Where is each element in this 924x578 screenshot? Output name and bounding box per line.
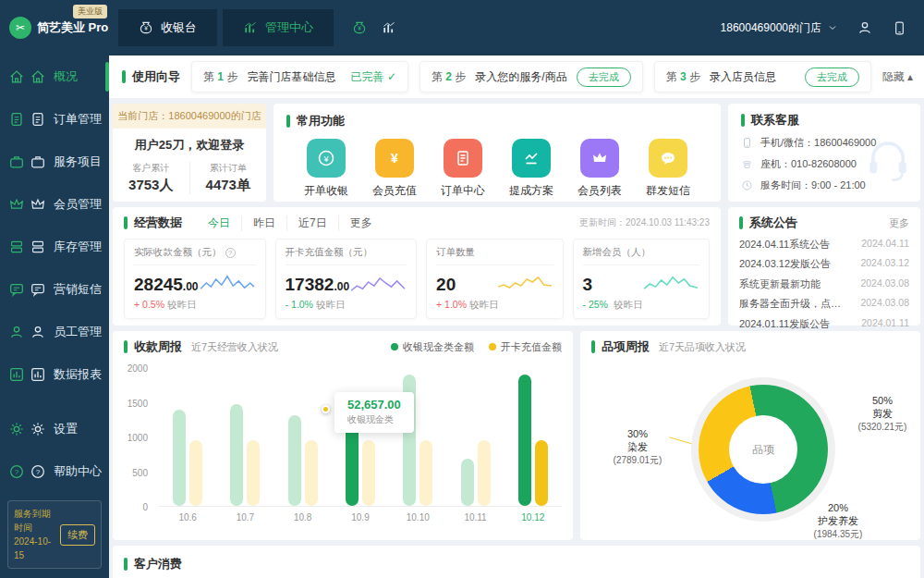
green-bar: [741, 114, 745, 127]
order-doc-icon: [8, 111, 25, 128]
x-tick: 10.11: [446, 512, 504, 523]
bar-group[interactable]: [389, 368, 446, 506]
hide-guide-link[interactable]: 隐藏 ▴: [882, 69, 913, 85]
mobile-phone-icon[interactable]: [892, 20, 907, 36]
payment-chart-subtitle: 近7天经营收入状况: [191, 340, 278, 354]
clock-icon: [741, 179, 753, 191]
sidebar-item-overview[interactable]: 概况: [0, 55, 109, 98]
tab-more[interactable]: 更多: [338, 215, 383, 231]
bar[interactable]: [189, 440, 202, 506]
bar-group[interactable]: [159, 368, 216, 506]
boxes-icon: [30, 239, 46, 255]
sidebar-label: 订单管理: [54, 111, 102, 128]
home-icon: [8, 68, 25, 85]
notice-item[interactable]: 系统更新最新功能2024.03.08: [739, 277, 909, 291]
quick-action-member-list[interactable]: 会员列表: [573, 139, 626, 199]
headset-icon: [863, 135, 913, 185]
sidebar-item-help-center[interactable]: 帮助中心: [0, 450, 109, 493]
notices-more-link[interactable]: 更多: [889, 216, 909, 230]
bar-group[interactable]: [505, 368, 562, 506]
x-tick: 10.7: [216, 512, 274, 523]
store-selector[interactable]: 18600469000的门店: [721, 20, 838, 36]
svg-text:¥: ¥: [391, 151, 398, 166]
bar[interactable]: [305, 440, 318, 506]
cash-bag-icon: [139, 20, 153, 35]
sidebar-item-reports[interactable]: 数据报表: [0, 353, 109, 396]
quick-action-bulk-sms[interactable]: 群发短信: [641, 139, 695, 199]
sidebar-label: 营销短信: [54, 281, 102, 298]
sidebar-item-sms[interactable]: 营销短信: [0, 268, 109, 311]
sidebar-item-orders[interactable]: 订单管理: [0, 98, 109, 141]
system-notice-card: 系统公告 更多 2024.04.11系统公告2024.04.11 2024.03…: [728, 207, 920, 326]
bar[interactable]: [362, 440, 375, 506]
welcome-text: 用户25刀，欢迎登录: [113, 137, 266, 154]
crown-icon: [30, 196, 46, 213]
sidebar-item-members[interactable]: 会员管理: [0, 183, 109, 226]
expiry-label: 服务到期时间: [14, 507, 55, 535]
bar[interactable]: [461, 459, 474, 506]
sidebar-label: 员工管理: [54, 324, 102, 340]
bar[interactable]: [247, 440, 260, 506]
legend-cash[interactable]: 收银现金类金额: [391, 340, 474, 354]
user-icon[interactable]: [857, 19, 873, 36]
money-bag-icon[interactable]: [352, 20, 367, 35]
tab-management-center[interactable]: 管理中心: [223, 9, 334, 46]
customer-total-stat: 客户累计 3753人: [113, 162, 189, 194]
sidebar-item-services[interactable]: 服务项目: [0, 141, 109, 183]
y-tick: 1000: [128, 433, 148, 443]
sidebar-item-settings[interactable]: 设置: [0, 408, 109, 450]
bar-group[interactable]: [216, 368, 274, 506]
bar-group[interactable]: [332, 368, 389, 506]
step-done-label: 已完善 ✓: [351, 69, 396, 85]
quick-action-order-center[interactable]: 订单中心: [436, 139, 490, 199]
bar[interactable]: [478, 440, 491, 506]
bar[interactable]: [518, 375, 531, 506]
x-tick: 10.6: [159, 512, 216, 523]
go-complete-button[interactable]: 去完成: [805, 68, 859, 87]
notice-item[interactable]: 服务器全面升级，点击…2024.03.08: [739, 297, 909, 311]
sparkline: [642, 273, 699, 293]
help-icon[interactable]: ?: [225, 248, 236, 258]
tab-today[interactable]: 今日: [197, 215, 241, 231]
help-icon: [8, 463, 25, 480]
tab-yesterday[interactable]: 昨日: [241, 215, 286, 231]
notice-item[interactable]: 2024.03.12发版公告2024.03.12: [739, 257, 909, 271]
bar[interactable]: [288, 415, 301, 506]
callout-haircare: 20% 护发养发 (1984.35元): [787, 501, 889, 540]
crown-icon: [8, 196, 25, 213]
donut-center-label: 品项: [729, 415, 797, 484]
y-tick: 1500: [128, 398, 148, 408]
sparkline: [496, 273, 553, 293]
x-tick: 10.8: [274, 512, 332, 523]
quick-action-open-bill[interactable]: ¥ 开单收银: [299, 139, 353, 199]
donut-chart[interactable]: 品项: [699, 385, 828, 514]
sparkline: [349, 273, 407, 293]
notice-item[interactable]: 2024.04.11系统公告2024.04.11: [739, 238, 909, 252]
bar[interactable]: [230, 404, 243, 506]
bar-chart-icon[interactable]: [382, 20, 396, 35]
renew-button[interactable]: 续费: [60, 524, 95, 546]
sidebar-label: 帮助中心: [54, 463, 102, 480]
chart-tooltip: 52,657.00 收银现金类: [334, 392, 414, 433]
customer-consumption-title: 客户消费: [134, 556, 182, 572]
sidebar-item-inventory[interactable]: 库存管理: [0, 226, 109, 268]
quick-action-commission-plan[interactable]: 提成方案: [505, 139, 558, 199]
notice-item[interactable]: 2024.01.11发版公告2024.01.11: [739, 317, 909, 331]
guide-title: 使用向导: [122, 68, 180, 85]
bar[interactable]: [535, 440, 548, 506]
item-chart-title: 品项周报: [602, 338, 650, 355]
bar-group[interactable]: [446, 368, 504, 506]
tab-last7days[interactable]: 近7日: [286, 215, 338, 231]
tab-cashier[interactable]: 收银台: [118, 9, 217, 46]
briefcase-icon: [8, 154, 25, 170]
sms-icon: [8, 281, 25, 298]
bar-group[interactable]: [274, 368, 332, 506]
bar[interactable]: [173, 410, 186, 506]
legend-recharge[interactable]: 开卡充值金额: [489, 340, 562, 354]
report-icon: [8, 366, 25, 383]
bar[interactable]: [419, 440, 432, 506]
quick-action-member-recharge[interactable]: ¥ 会员充值: [368, 139, 421, 199]
go-complete-button[interactable]: 去完成: [577, 68, 631, 87]
person-icon: [8, 324, 25, 340]
sidebar-item-staff[interactable]: 员工管理: [0, 311, 109, 353]
